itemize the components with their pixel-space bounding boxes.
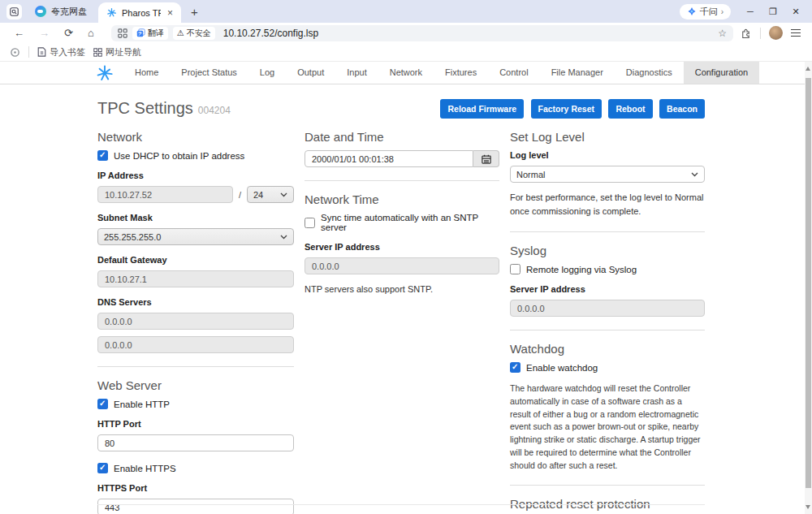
log-level-select[interactable]: Normal: [510, 166, 705, 183]
http-checkbox-row[interactable]: Enable HTTP: [97, 399, 294, 409]
not-secure-chip[interactable]: ⚠ 不安全: [173, 27, 215, 40]
dhcp-checkbox[interactable]: [97, 150, 108, 161]
close-icon[interactable]: ✕: [784, 6, 807, 17]
pharos-logo-icon: [96, 64, 114, 82]
ip-address-label: IP Address: [97, 171, 294, 180]
dns-server-1-field: [97, 313, 294, 330]
reboot-button[interactable]: Reboot: [608, 99, 652, 119]
maximize-icon[interactable]: ❐: [762, 6, 784, 17]
warning-icon: ⚠: [177, 28, 184, 37]
translate-label: 翻译: [148, 28, 164, 39]
action-buttons: Reload Firmware Factory Reset Reboot Bea…: [437, 99, 705, 119]
web-server-heading: Web Server: [97, 378, 294, 392]
page-title: TPC Settings: [97, 99, 193, 117]
qianwen-icon: [687, 6, 697, 16]
tab-log[interactable]: Log: [248, 62, 286, 84]
ip-address-field: [97, 186, 233, 203]
reload-firmware-button[interactable]: Reload Firmware: [440, 99, 524, 119]
home-icon[interactable]: ⌂: [80, 27, 102, 39]
tab-pharos-tpc[interactable]: Pharos TPC 0042 ×: [98, 2, 181, 23]
tab-input[interactable]: Input: [335, 62, 378, 84]
forward-icon[interactable]: →: [32, 27, 57, 39]
beacon-button[interactable]: Beacon: [659, 99, 705, 119]
watchdog-note: The hardware watchdog will reset the Con…: [510, 382, 705, 472]
tab-home[interactable]: Home: [123, 62, 170, 84]
tab-network[interactable]: Network: [378, 62, 434, 84]
enable-watchdog-checkbox[interactable]: [510, 362, 520, 373]
translate-icon: [136, 28, 145, 37]
tab-control[interactable]: Control: [488, 62, 539, 84]
http-port-label: HTTP Port: [97, 419, 294, 429]
ntp-note: NTP servers also support SNTP.: [304, 283, 499, 296]
sntp-sync-checkbox[interactable]: [304, 218, 315, 228]
factory-reset-button[interactable]: Factory Reset: [531, 99, 602, 119]
ip-prefix-separator: /: [239, 190, 241, 200]
date-time-field[interactable]: [304, 150, 473, 167]
profile-avatar[interactable]: [769, 26, 783, 40]
back-icon[interactable]: ←: [6, 27, 32, 39]
scroll-down-icon[interactable]: [806, 505, 810, 509]
syslog-remote-checkbox[interactable]: [510, 264, 520, 274]
https-port-label: HTTPS Port: [97, 483, 294, 493]
set-log-level-heading: Set Log Level: [510, 130, 705, 144]
import-bookmarks-icon: [37, 47, 46, 57]
qianwen-button[interactable]: 千问 ›: [680, 4, 731, 19]
tab-file-manager[interactable]: File Manager: [540, 62, 615, 84]
apps-grid-icon[interactable]: [118, 28, 127, 38]
site-navigation: Home Project Status Log Output Input Net…: [0, 62, 812, 84]
pharos-logo-icon: [106, 7, 117, 18]
watchdog-checkbox-row[interactable]: Enable watchdog: [510, 362, 705, 373]
tab-output[interactable]: Output: [286, 62, 335, 84]
https-port-field[interactable]: [97, 499, 294, 514]
scrollbar-thumb[interactable]: [806, 78, 811, 488]
subnet-mask-select: 255.255.255.0: [97, 228, 294, 245]
tab-search-button[interactable]: [6, 4, 22, 19]
bookmark-star-icon[interactable]: ☆: [718, 28, 727, 39]
calendar-button[interactable]: [473, 150, 499, 167]
ip-prefix-select: 24: [247, 186, 294, 203]
network-heading: Network: [97, 130, 294, 144]
tab-configuration[interactable]: Configuration: [684, 62, 759, 84]
address-bar[interactable]: 翻译 ⚠ 不安全 10.10.27.52/config.lsp ☆: [111, 25, 733, 41]
enable-https-checkbox[interactable]: [97, 463, 108, 473]
divider: [510, 330, 705, 330]
network-time-heading: Network Time: [304, 192, 499, 206]
tab-diagnostics[interactable]: Diagnostics: [615, 62, 684, 84]
scrollbar[interactable]: [805, 62, 812, 514]
extensions-icon[interactable]: [740, 27, 752, 39]
divider: [760, 28, 761, 39]
main-area: TPC Settings004204 Reload Firmware Facto…: [0, 84, 705, 514]
dhcp-label: Use DHCP to obtain IP address: [114, 151, 244, 161]
new-tab-button[interactable]: +: [181, 5, 208, 19]
url-text[interactable]: 10.10.27.52/config.lsp: [223, 28, 714, 39]
pharos-logo: [96, 64, 114, 82]
dhcp-checkbox-row[interactable]: Use DHCP to obtain IP address: [97, 150, 294, 161]
divider: [97, 366, 294, 367]
reload-icon[interactable]: ⟳: [57, 27, 80, 39]
log-level-label: Log level: [510, 150, 705, 160]
tab-project-status[interactable]: Project Status: [170, 62, 248, 84]
scroll-up-icon[interactable]: [806, 67, 810, 71]
column-middle: Date and Time Network Time Sync time aut…: [304, 130, 499, 305]
tab-search-icon: [10, 7, 19, 16]
translate-chip[interactable]: 翻译: [132, 27, 168, 40]
syslog-server-ip-label: Server IP address: [510, 284, 705, 294]
divider: [304, 180, 499, 181]
tab-quark-drive[interactable]: 夸克网盘: [22, 0, 98, 23]
sntp-checkbox-row[interactable]: Sync time automatically with an SNTP ser…: [304, 213, 499, 232]
default-gateway-label: Default Gateway: [97, 255, 294, 265]
toolbar-right-icons: [740, 26, 806, 40]
tab-close-icon[interactable]: ×: [166, 7, 175, 19]
browser-toolbar: ← → ⟳ ⌂ 翻译 ⚠ 不安全 10.10.27.52/config.lsp …: [0, 23, 812, 43]
minimize-icon[interactable]: ─: [739, 6, 762, 16]
menu-icon[interactable]: [791, 27, 801, 38]
import-bookmarks-button[interactable]: 导入书签: [37, 46, 85, 58]
enable-http-checkbox[interactable]: [97, 399, 108, 409]
syslog-remote-label: Remote logging via Syslog: [526, 265, 637, 274]
bookmark-site-icon[interactable]: [10, 47, 20, 58]
http-port-field[interactable]: [97, 434, 294, 451]
syslog-checkbox-row[interactable]: Remote logging via Syslog: [510, 264, 705, 274]
site-nav-button[interactable]: 网址导航: [93, 46, 141, 58]
https-checkbox-row[interactable]: Enable HTTPS: [97, 463, 294, 473]
tab-fixtures[interactable]: Fixtures: [434, 62, 488, 84]
